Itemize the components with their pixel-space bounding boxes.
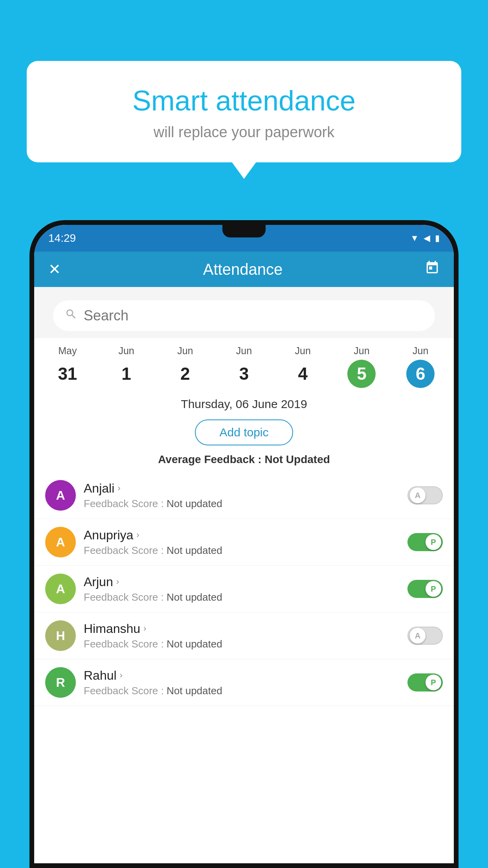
toggle-knob-2: P <box>426 581 441 597</box>
cal-month-label: Jun <box>177 345 193 357</box>
avatar-3: H <box>45 620 76 651</box>
calendar-dates: May31Jun1Jun2Jun3Jun4Jun5Jun6 <box>34 338 454 391</box>
student-name-3: Himanshu › <box>84 622 400 636</box>
student-item-3[interactable]: HHimanshu ›Feedback Score : Not updatedA <box>34 612 454 659</box>
speech-bubble-container: Smart attendance will replace your paper… <box>27 61 461 162</box>
toggle-2[interactable]: P <box>407 580 443 598</box>
cal-month-label: May <box>58 345 77 357</box>
avatar-4: R <box>45 667 76 698</box>
notch <box>222 225 266 237</box>
toggle-3[interactable]: A <box>407 627 443 645</box>
student-info-1: Anupriya ›Feedback Score : Not updated <box>84 528 400 557</box>
avg-feedback: Average Feedback : Not Updated <box>34 450 454 472</box>
student-info-2: Arjun ›Feedback Score : Not updated <box>84 575 400 603</box>
status-icons: ▼ ◀ ▮ <box>410 233 440 243</box>
feedback-score-0: Feedback Score : Not updated <box>84 498 400 510</box>
cal-date-label: 6 <box>406 360 435 388</box>
cal-day-3[interactable]: Jun3 <box>215 342 273 391</box>
cal-month-label: Jun <box>295 345 311 357</box>
selected-date-label: Thursday, 06 June 2019 <box>34 391 454 415</box>
status-time: 14:29 <box>48 232 76 245</box>
student-name-4: Rahul › <box>84 668 400 683</box>
app-header: ✕ Attendance <box>34 252 454 287</box>
signal-icon: ◀ <box>424 233 430 243</box>
student-name-1: Anupriya › <box>84 528 400 542</box>
student-item-2[interactable]: AArjun ›Feedback Score : Not updatedP <box>34 566 454 612</box>
cal-date-label: 1 <box>112 360 141 388</box>
student-list: AAnjali ›Feedback Score : Not updatedAAA… <box>34 472 454 706</box>
add-topic-button[interactable]: Add topic <box>195 419 293 445</box>
toggle-knob-0: A <box>410 487 426 503</box>
student-info-3: Himanshu ›Feedback Score : Not updated <box>84 622 400 650</box>
bubble-subtitle: will replace your paperwork <box>50 124 438 141</box>
cal-month-label: Jun <box>118 345 134 357</box>
student-name-2: Arjun › <box>84 575 400 589</box>
avg-feedback-label: Average Feedback : <box>158 453 262 465</box>
cal-day-4[interactable]: Jun4 <box>273 342 332 391</box>
cal-date-label: 5 <box>347 360 376 388</box>
search-icon <box>65 308 77 324</box>
toggle-knob-3: A <box>410 628 426 644</box>
search-input[interactable] <box>84 307 423 324</box>
student-name-0: Anjali › <box>84 481 400 496</box>
student-info-4: Rahul ›Feedback Score : Not updated <box>84 668 400 697</box>
chevron-icon: › <box>136 530 139 540</box>
feedback-score-2: Feedback Score : Not updated <box>84 591 400 603</box>
chevron-icon: › <box>116 577 119 587</box>
cal-month-label: Jun <box>236 345 252 357</box>
close-button[interactable]: ✕ <box>48 261 61 278</box>
toggle-0[interactable]: A <box>407 486 443 504</box>
screen-content: 14:29 ▼ ◀ ▮ ✕ Attendance <box>34 225 454 863</box>
wifi-icon: ▼ <box>410 233 419 243</box>
cal-month-label: Jun <box>413 345 428 357</box>
student-info-0: Anjali ›Feedback Score : Not updated <box>84 481 400 510</box>
cal-month-label: Jun <box>354 345 369 357</box>
chevron-icon: › <box>143 623 146 634</box>
feedback-score-4: Feedback Score : Not updated <box>84 685 400 697</box>
student-item-1[interactable]: AAnupriya ›Feedback Score : Not updatedP <box>34 519 454 566</box>
speech-bubble: Smart attendance will replace your paper… <box>27 61 461 162</box>
header-title: Attendance <box>203 261 283 278</box>
avg-feedback-value: Not Updated <box>264 453 330 465</box>
cal-date-label: 31 <box>53 360 82 388</box>
avatar-1: A <box>45 527 76 557</box>
cal-date-label: 3 <box>230 360 258 388</box>
avatar-0: A <box>45 480 76 511</box>
calendar-icon[interactable] <box>425 260 440 278</box>
phone-frame: 14:29 ▼ ◀ ▮ ✕ Attendance <box>29 220 459 868</box>
cal-date-label: 2 <box>171 360 199 388</box>
battery-icon: ▮ <box>435 233 440 243</box>
phone-inner: 14:29 ▼ ◀ ▮ ✕ Attendance <box>34 225 454 863</box>
cal-day-1[interactable]: Jun1 <box>97 342 156 391</box>
toggle-knob-1: P <box>426 534 441 550</box>
cal-day-5[interactable]: Jun5 <box>332 342 391 391</box>
student-item-4[interactable]: RRahul ›Feedback Score : Not updatedP <box>34 659 454 706</box>
toggle-4[interactable]: P <box>407 673 443 691</box>
status-bar: 14:29 ▼ ◀ ▮ <box>34 225 454 252</box>
toggle-1[interactable]: P <box>407 533 443 551</box>
toggle-knob-4: P <box>426 675 441 690</box>
student-item-0[interactable]: AAnjali ›Feedback Score : Not updatedA <box>34 472 454 519</box>
bubble-title: Smart attendance <box>50 85 438 117</box>
cal-day-6[interactable]: Jun6 <box>391 342 450 391</box>
feedback-score-3: Feedback Score : Not updated <box>84 638 400 650</box>
chevron-icon: › <box>120 670 123 680</box>
feedback-score-1: Feedback Score : Not updated <box>84 544 400 557</box>
chevron-icon: › <box>117 483 120 493</box>
cal-date-label: 4 <box>289 360 317 388</box>
search-bar <box>53 300 435 331</box>
cal-day-2[interactable]: Jun2 <box>156 342 215 391</box>
avatar-2: A <box>45 574 76 604</box>
cal-day-0[interactable]: May31 <box>38 342 97 391</box>
